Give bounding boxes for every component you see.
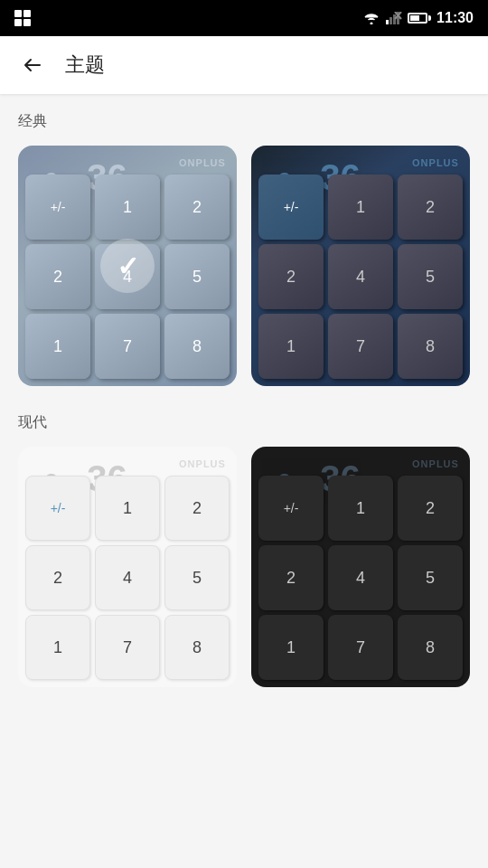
calc-btn-5a: 5 [164,244,230,309]
selected-checkmark: ✓ [100,239,155,293]
calc-btn-5-ml: 5 [164,545,230,610]
calc-btn-1b: 1 [25,314,90,379]
calc-btn-pm: +/- [25,175,90,240]
calc-btn-2b: 2 [25,244,90,309]
status-right-icons: 11:30 [362,10,474,26]
calc-btn-8-md: 8 [398,615,463,680]
calc-btn-7-dark: 7 [328,314,393,379]
grid-icon [14,10,31,26]
calc-btn-pm-md: +/- [258,476,324,541]
page-title: 主题 [65,52,105,79]
calc-btn-5-dark: 5 [398,244,463,309]
back-button[interactable] [14,47,51,83]
theme-classic-gray[interactable]: ONPLUS ×6 5 5 = 36 +/- 1 2 2 4 5 [18,146,237,386]
calc-btn-1b-dark: 1 [258,314,324,379]
calc-btn-2b-ml: 2 [25,545,90,610]
calc-btn-1-ml: 1 [95,476,160,541]
calc-btn-4-dark: 4 [328,244,393,309]
svg-rect-3 [393,14,396,24]
status-left-icons [14,10,31,26]
back-arrow-icon [22,54,43,76]
calc-btn-2b-dark: 2 [258,244,324,309]
calc-btn-8-ml: 8 [164,615,230,680]
modern-theme-grid: ONPLUS ×6 5 5 = 36 +/- 1 2 2 4 5 [18,447,470,687]
calc-btn-8-dark: 8 [398,314,463,379]
svg-rect-2 [389,17,392,24]
classic-theme-grid: ONPLUS ×6 5 5 = 36 +/- 1 2 2 4 5 [18,146,470,386]
status-time: 11:30 [436,10,474,26]
wifi-icon [362,12,380,24]
status-bar: 11:30 [0,0,488,36]
top-bar: 主题 [0,36,488,94]
calc-btn-2a: 2 [164,175,230,240]
calc-btn-1b-md: 1 [258,615,324,680]
battery-icon [408,13,431,24]
calc-btn-7-ml: 7 [95,615,160,680]
calc-btn-pm-ml: +/- [25,476,90,541]
modern-section-label: 现代 [18,413,470,432]
checkmark-icon: ✓ [117,250,139,282]
calc-btn-5-md: 5 [398,545,463,610]
calc-btn-4-md: 4 [328,545,393,610]
calc-btn-4-ml: 4 [95,545,160,610]
classic-section: 经典 ONPLUS ×6 5 5 = 36 +/- 1 2 [18,112,470,386]
svg-point-0 [371,23,373,25]
modern-section: 现代 ONPLUS ×6 5 5 = 36 +/- 1 2 [18,413,470,687]
signal-icon [386,12,402,24]
calc-btn-1b-ml: 1 [25,615,90,680]
calc-btn-7a: 7 [95,314,160,379]
calc-btn-pm-dark: +/- [258,175,324,240]
calc-btn-2-ml: 2 [164,476,230,541]
content-area: 经典 ONPLUS ×6 5 5 = 36 +/- 1 2 [0,94,488,732]
calc-btn-1-md: 1 [328,476,393,541]
calc-btn-8a: 8 [164,314,230,379]
calc-btn-7-md: 7 [328,615,393,680]
theme-classic-dark[interactable]: ONPLUS ×6 5 5 = 36 +/- 1 2 2 4 5 [251,146,470,386]
theme-modern-dark[interactable]: ONPLUS ×6 5 5 = 36 +/- 1 2 2 4 5 [251,447,470,687]
classic-section-label: 经典 [18,112,470,131]
calc-btn-2b-md: 2 [258,545,324,610]
buttons-modern-light: +/- 1 2 2 4 5 1 7 8 [18,468,237,687]
calc-btn-1a: 1 [95,175,160,240]
buttons-modern-dark: +/- 1 2 2 4 5 1 7 8 [251,468,470,687]
svg-rect-1 [386,20,389,24]
calc-btn-2-dark: 2 [398,175,463,240]
calc-btn-1-dark: 1 [328,175,393,240]
theme-modern-light[interactable]: ONPLUS ×6 5 5 = 36 +/- 1 2 2 4 5 [18,447,237,687]
calc-btn-2-md: 2 [398,476,463,541]
buttons-classic-dark: +/- 1 2 2 4 5 1 7 8 [251,167,470,386]
